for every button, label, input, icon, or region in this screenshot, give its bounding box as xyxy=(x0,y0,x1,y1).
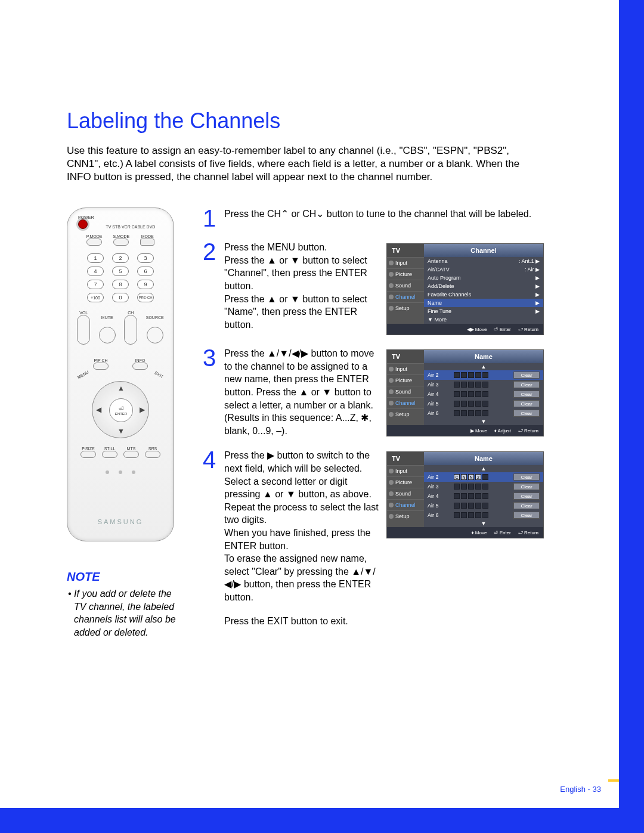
osd-channel-menu: TVChannel Input Picture Sound Channel Se… xyxy=(386,243,544,335)
page-title: Labeling the Channels xyxy=(67,109,592,134)
mode-labels: TV STB VCR CABLE DVD xyxy=(106,225,155,229)
exit-label: EXIT xyxy=(154,371,165,379)
page-border-right xyxy=(619,0,644,833)
pipch-btn xyxy=(93,363,109,370)
power-label: POWER xyxy=(78,215,94,219)
remote-illustration: POWER TV STB VCR CABLE DVD P.MODE S.MODE… xyxy=(67,208,174,541)
osd-name-filled: TVName Input Picture Sound Channel Setup… xyxy=(386,451,544,538)
brand-label: SAMSUNG xyxy=(67,518,174,525)
page-tab-marker xyxy=(608,779,619,782)
info-btn xyxy=(132,363,148,370)
page-border-bottom xyxy=(0,808,644,833)
step-2: 2 Press the MENU button. Press the ▲ or … xyxy=(203,241,592,335)
dpad: ▲ ▼ ◀ ▶ ⏎ENTER xyxy=(67,381,174,438)
mute-btn xyxy=(99,327,116,343)
menu-label: MENU xyxy=(77,370,89,380)
intro-text: Use this feature to assign an easy-to-re… xyxy=(67,144,544,184)
mode-btn xyxy=(140,239,154,246)
pmode-btn xyxy=(86,239,102,246)
smode-btn xyxy=(113,239,129,246)
page-content: Labeling the Channels Use this feature t… xyxy=(67,43,592,639)
note-body: • If you add or delete the TV channel, t… xyxy=(67,587,186,639)
number-pad: 123 456 789 +1000PRE-CH xyxy=(67,253,174,302)
vol-rocker xyxy=(77,315,90,345)
note-heading: NOTE xyxy=(67,570,186,584)
step-1: 1 Press the CH⌃ or CH⌄ button to tune to… xyxy=(203,208,592,229)
step-4: 4 Press the ▶ button to switch to the ne… xyxy=(203,449,592,603)
final-line: Press the EXIT button to exit. xyxy=(224,616,592,627)
bottom-row: P.SIZE STILL MTS SRS xyxy=(67,447,174,458)
power-button-icon xyxy=(78,219,88,229)
ch-rocker xyxy=(124,315,137,345)
step-3: 3 Press the ▲/▼/◀/▶ button to move to th… xyxy=(203,347,592,437)
source-btn xyxy=(147,327,163,343)
page-number: English - 33 xyxy=(560,785,601,794)
osd-name-blank: TVName Input Picture Sound Channel Setup… xyxy=(386,349,544,436)
